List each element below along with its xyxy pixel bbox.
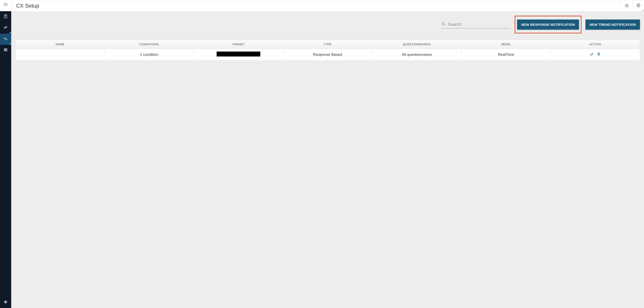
edit-icon[interactable] bbox=[590, 52, 594, 57]
apps-launcher-button[interactable] bbox=[0, 0, 11, 11]
new-response-notification-button[interactable]: NEW RESPONSE NOTIFICATION bbox=[517, 20, 579, 30]
cell-type: Response Based bbox=[283, 49, 372, 60]
sidebar bbox=[0, 0, 11, 308]
svg-point-5 bbox=[6, 5, 7, 6]
content: NEW RESPONSE NOTIFICATION NEW TREND NOTI… bbox=[11, 12, 644, 308]
notifications-table: NAME CONDITIONS TARGET TYPE QUESTIONNAIR… bbox=[15, 40, 640, 60]
expand-corner-icon bbox=[9, 43, 11, 44]
sidebar-item-settings[interactable] bbox=[0, 34, 11, 45]
delete-icon[interactable] bbox=[597, 52, 601, 57]
svg-rect-14 bbox=[6, 50, 7, 51]
expand-corner-icon bbox=[9, 32, 11, 33]
checklist-icon bbox=[3, 14, 8, 20]
table-row: 1 condition Response Based All questionn… bbox=[16, 49, 640, 60]
svg-point-16 bbox=[638, 4, 639, 6]
svg-point-17 bbox=[442, 23, 444, 25]
main-area: CX Setup NEW RE bbox=[11, 0, 644, 308]
svg-point-0 bbox=[4, 4, 4, 4]
svg-rect-9 bbox=[4, 49, 5, 49]
svg-rect-13 bbox=[5, 50, 6, 51]
user-button[interactable] bbox=[632, 0, 644, 12]
forward-arrow-icon bbox=[3, 25, 8, 31]
modules-icon bbox=[3, 48, 8, 53]
col-header-questionnaires[interactable]: QUESTIONNAIRES bbox=[372, 40, 462, 49]
search-field[interactable] bbox=[441, 20, 510, 28]
redacted-value bbox=[216, 52, 260, 56]
cell-target bbox=[194, 49, 283, 60]
controls-row: NEW RESPONSE NOTIFICATION NEW TREND NOTI… bbox=[15, 16, 640, 34]
svg-rect-11 bbox=[6, 49, 7, 49]
svg-point-2 bbox=[6, 4, 7, 4]
cell-name bbox=[16, 49, 105, 60]
cell-questionnaires: All questionnaires bbox=[372, 49, 462, 60]
highlight-annotation: NEW RESPONSE NOTIFICATION bbox=[514, 16, 582, 34]
col-header-type[interactable]: TYPE bbox=[283, 40, 372, 49]
col-header-target[interactable]: TARGET bbox=[194, 40, 283, 49]
col-header-name[interactable]: NAME bbox=[16, 40, 105, 49]
user-icon bbox=[636, 3, 641, 8]
col-header-conditions[interactable]: CONDITIONS bbox=[104, 40, 194, 49]
svg-rect-10 bbox=[5, 49, 6, 49]
topbar: CX Setup bbox=[11, 0, 644, 12]
sidebar-item-modules[interactable] bbox=[0, 45, 11, 56]
search-input[interactable] bbox=[448, 22, 510, 27]
cell-mode: RealTime bbox=[462, 49, 551, 60]
cell-conditions: 1 condition bbox=[104, 49, 194, 60]
col-header-action[interactable]: ACTION bbox=[551, 40, 640, 49]
institution-icon bbox=[624, 3, 629, 8]
expand-corner-icon bbox=[642, 10, 644, 11]
sidebar-item-checklist[interactable] bbox=[0, 11, 11, 22]
svg-rect-12 bbox=[4, 50, 5, 51]
grid-icon bbox=[3, 3, 8, 8]
cell-action bbox=[551, 49, 640, 60]
search-icon bbox=[442, 22, 446, 27]
gears-icon bbox=[3, 36, 8, 42]
col-header-mode[interactable]: MODE bbox=[462, 40, 551, 49]
table-header-row: NAME CONDITIONS TARGET TYPE QUESTIONNAIR… bbox=[16, 40, 640, 49]
org-button[interactable] bbox=[621, 0, 632, 12]
sidebar-item-forward[interactable] bbox=[0, 22, 11, 34]
page-title: CX Setup bbox=[16, 3, 39, 9]
svg-point-1 bbox=[5, 4, 6, 4]
svg-point-4 bbox=[5, 5, 6, 6]
new-trend-notification-button[interactable]: NEW TREND NOTIFICATION bbox=[586, 20, 640, 30]
logo-icon bbox=[3, 300, 8, 305]
svg-point-3 bbox=[4, 5, 4, 6]
sidebar-item-logo[interactable] bbox=[0, 297, 11, 308]
